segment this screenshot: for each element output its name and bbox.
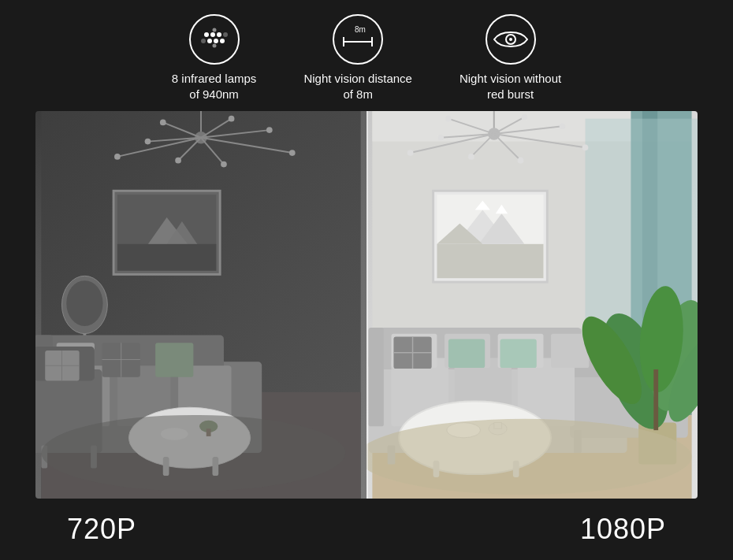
svg-rect-96 — [437, 244, 543, 278]
svg-point-86 — [445, 116, 452, 122]
room-split-view — [35, 111, 698, 499]
svg-point-29 — [160, 120, 166, 126]
feature-distance: 8m Night vision distance of 8m — [303, 14, 412, 102]
svg-point-34 — [114, 154, 121, 160]
svg-point-9 — [212, 44, 216, 48]
no-red-burst-label: Night vision without red burst — [460, 71, 561, 102]
svg-rect-75 — [586, 119, 698, 332]
svg-point-0 — [204, 32, 209, 37]
features-header: 8 infrared lamps of 940nm 8m Night visio… — [0, 0, 733, 111]
svg-point-87 — [521, 114, 527, 121]
svg-point-90 — [437, 135, 444, 141]
svg-point-7 — [220, 39, 225, 43]
svg-point-93 — [518, 158, 524, 164]
svg-rect-135 — [653, 369, 658, 430]
svg-point-35 — [175, 158, 181, 164]
room-right-1080p — [366, 111, 698, 499]
feature-no-red-burst: Night vision without red burst — [460, 14, 561, 102]
svg-point-15 — [509, 38, 512, 41]
svg-rect-117 — [448, 339, 485, 368]
svg-point-3 — [223, 32, 228, 37]
svg-point-36 — [221, 161, 227, 168]
infrared-icon-circle — [189, 14, 240, 65]
infrared-label: 8 infrared lamps of 940nm — [172, 71, 257, 102]
feature-infrared: 8 infrared lamps of 940nm — [172, 14, 257, 102]
svg-point-6 — [214, 39, 218, 43]
svg-point-92 — [468, 154, 474, 160]
svg-rect-118 — [500, 339, 536, 368]
svg-rect-55 — [155, 343, 193, 376]
eye-icon-circle — [486, 14, 536, 65]
svg-point-88 — [560, 123, 566, 129]
svg-point-8 — [212, 28, 216, 32]
left-room-scene — [35, 111, 366, 499]
svg-point-69 — [41, 415, 345, 491]
infrared-dots-icon — [199, 24, 230, 55]
svg-rect-106 — [369, 328, 384, 426]
left-resolution-label: 720P — [67, 513, 136, 546]
svg-point-4 — [201, 39, 206, 43]
room-left-720p — [35, 111, 366, 499]
svg-point-31 — [266, 127, 273, 133]
svg-point-136 — [366, 419, 692, 495]
svg-point-1 — [210, 32, 215, 37]
split-divider — [366, 111, 368, 499]
distance-ruler-icon: 8m — [340, 24, 375, 54]
svg-point-5 — [207, 39, 212, 43]
svg-point-89 — [582, 144, 589, 150]
svg-point-33 — [145, 139, 151, 145]
svg-point-39 — [66, 280, 102, 326]
svg-point-91 — [407, 150, 414, 156]
image-comparison — [35, 111, 698, 499]
eye-icon — [493, 27, 529, 52]
svg-point-2 — [217, 32, 221, 37]
right-resolution-label: 1080P — [580, 513, 666, 546]
svg-rect-44 — [117, 244, 216, 271]
resolution-labels: 720P 1080P — [35, 499, 698, 560]
svg-text:8m: 8m — [355, 25, 366, 34]
distance-icon-circle: 8m — [333, 14, 383, 65]
svg-point-30 — [229, 116, 235, 122]
distance-label: Night vision distance of 8m — [303, 71, 412, 102]
svg-point-32 — [289, 150, 296, 156]
right-room-scene — [366, 111, 698, 499]
